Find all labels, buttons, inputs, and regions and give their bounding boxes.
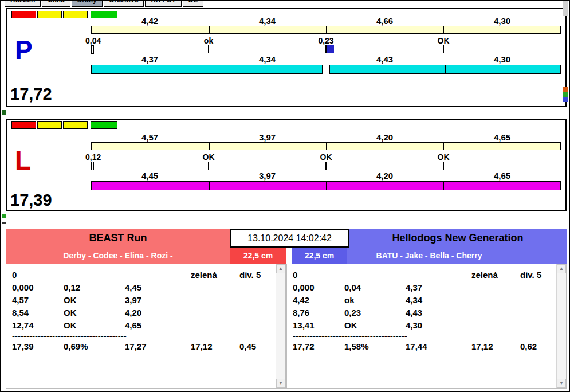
tab-kk-ct[interactable]: KK / ČT xyxy=(145,1,181,7)
cell: 4,45 xyxy=(125,281,191,294)
separator-line: ---------------------------------------- xyxy=(293,332,465,340)
split-time: 4,65 xyxy=(443,132,561,142)
yellow-light-2 xyxy=(63,121,88,129)
table-row: 13,41 OK 4,30 xyxy=(293,319,552,332)
green-light xyxy=(91,121,117,129)
team-subheader-row: Derby - Codee - Elina - Rozi - 22,5 cm 2… xyxy=(6,248,567,264)
red-light xyxy=(11,11,36,18)
cell: OK xyxy=(64,294,125,307)
scrollbar[interactable]: ▲ ▼ xyxy=(276,264,285,388)
cell: 17,27 xyxy=(125,340,191,353)
totals-row: 17,72 1,58% 17,44 17,12 0,62 xyxy=(293,340,552,353)
bar-divider xyxy=(443,26,444,33)
table-header-row: 0 zelená div. 5 xyxy=(12,269,272,281)
split-time: 4,34 xyxy=(209,16,326,25)
scroll-up-icon[interactable]: ▲ xyxy=(557,264,566,273)
cell: 0,62 xyxy=(520,340,553,353)
run-bar-p xyxy=(91,65,561,74)
cell: 1,58% xyxy=(344,340,406,353)
split-time: 4,30 xyxy=(443,54,561,64)
lane-panel-p: P 17,72 4,42 4,34 4,66 4,30 0,04 ok 0,23… xyxy=(6,8,567,107)
tab-rozbeh[interactable]: Rozbeh xyxy=(5,1,41,7)
dogs-list: Derby - Codee - Elina - Rozi - xyxy=(6,248,230,264)
window-artifact xyxy=(563,1,568,16)
start-marker xyxy=(91,45,94,54)
table-header-row: 0 zelená div. 5 xyxy=(293,269,552,281)
tab-label: DE xyxy=(188,1,198,4)
split-time: 4,57 xyxy=(91,132,209,142)
scrollbar[interactable]: ▲ ▼ xyxy=(556,264,566,388)
window-artifact xyxy=(2,110,6,115)
results-table-left[interactable]: 0 zelená div. 5 0,000 0,12 4,45 4,57 OK … xyxy=(6,264,286,389)
cell: div. 5 xyxy=(520,269,553,281)
change-marks-l: 0,12 OK OK OK xyxy=(91,152,561,161)
lane-letter-p: P xyxy=(15,37,33,63)
tab-cidla[interactable]: Čidla xyxy=(42,1,70,7)
results-tables: 0 zelená div. 5 0,000 0,12 4,45 4,57 OK … xyxy=(6,264,567,389)
change-mark: OK xyxy=(438,152,450,162)
table-row: 0,000 0,04 4,37 xyxy=(293,281,552,294)
tab-de[interactable]: DE xyxy=(183,1,204,7)
cell: OK xyxy=(64,307,125,319)
bar-divider xyxy=(209,26,210,33)
split-time: 4,42 xyxy=(91,16,209,25)
tick-mark xyxy=(443,162,444,170)
cell: 3,97 xyxy=(125,294,191,307)
bar-divider xyxy=(445,65,446,73)
cell: 0,000 xyxy=(12,281,64,294)
tab-druzstva[interactable]: Družstva xyxy=(104,1,144,7)
run-bar-l xyxy=(91,181,561,190)
scroll-up-icon[interactable]: ▲ xyxy=(276,264,285,273)
cell: 0,12 xyxy=(64,281,125,294)
tab-drahy[interactable]: Dráhy xyxy=(72,1,103,7)
yellow-light-1 xyxy=(37,11,62,18)
change-mark: OK xyxy=(438,36,450,45)
cell: 4,65 xyxy=(125,319,191,332)
bar-divider xyxy=(326,143,327,150)
cell: 0,04 xyxy=(344,281,406,294)
scroll-down-icon[interactable]: ▼ xyxy=(557,379,566,388)
table-row: 4,57 OK 3,97 xyxy=(12,294,272,307)
split-times-top-p: 4,42 4,34 4,66 4,30 xyxy=(91,16,561,25)
lane-track-p: 4,42 4,34 4,66 4,30 0,04 ok 0,23 OK xyxy=(91,16,561,74)
tab-label: Družstva xyxy=(109,1,139,4)
results-table-right[interactable]: 0 zelená div. 5 0,000 0,04 4,37 4,42 ok … xyxy=(286,264,567,389)
cell: 17,12 xyxy=(471,340,520,353)
change-mark: OK xyxy=(203,152,215,162)
separator-line: ---------------------------------------- xyxy=(12,332,184,340)
scroll-down-icon[interactable]: ▼ xyxy=(276,379,285,388)
table-row: 8,54 OK 4,20 xyxy=(12,307,272,319)
cell: 0,45 xyxy=(239,340,273,353)
cell: 8,76 xyxy=(293,307,344,319)
cell: ok xyxy=(344,294,406,307)
split-time: 3,97 xyxy=(209,171,326,180)
split-time: 3,97 xyxy=(209,132,326,142)
bar-divider xyxy=(209,182,210,190)
window-artifact xyxy=(563,92,568,97)
divider xyxy=(286,248,292,264)
lane-track-l: 4,57 3,97 4,20 4,65 0,12 OK OK OK xyxy=(91,132,561,190)
table-row: 12,74 OK 4,65 xyxy=(12,319,272,332)
change-mark: 0,04 xyxy=(85,36,101,45)
run-bar-segment xyxy=(91,65,323,74)
timestamp: 13.10.2024 14:02:42 xyxy=(230,229,349,248)
run-bar-segment xyxy=(329,65,561,74)
bar-divider xyxy=(326,26,327,33)
split-time: 4,30 xyxy=(443,16,561,25)
split-time: 4,66 xyxy=(326,16,443,25)
cell: 0,69% xyxy=(64,340,125,353)
team-title: BEAST Run xyxy=(89,232,147,244)
tick-row-p xyxy=(91,45,561,54)
split-time: 4,20 xyxy=(326,132,443,142)
start-lights-l xyxy=(11,121,117,129)
cell: 4,30 xyxy=(406,319,471,332)
cell: 8,54 xyxy=(12,307,64,319)
tab-label: Dráhy xyxy=(77,1,97,4)
bar-divider xyxy=(443,143,444,150)
cell: 0 xyxy=(293,269,344,281)
tick-row-l xyxy=(91,161,561,171)
jump-height-left: 22,5 cm xyxy=(230,248,286,264)
cell: 17,44 xyxy=(406,340,471,353)
table-row: 0,000 0,12 4,45 xyxy=(12,281,272,294)
split-time: 4,45 xyxy=(91,171,209,180)
